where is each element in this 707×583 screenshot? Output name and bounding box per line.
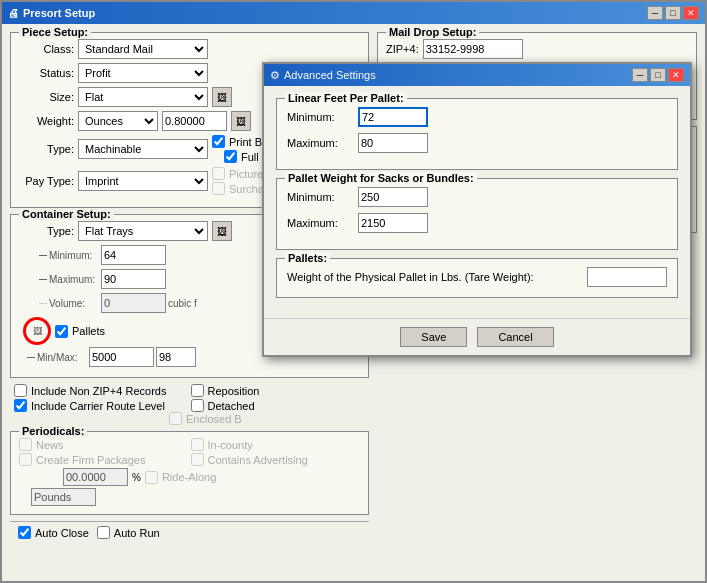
pallet-weight-min-row: Minimum: (287, 187, 667, 207)
zip4-input[interactable] (423, 39, 523, 59)
title-bar: 🖨 Presort Setup ─ □ ✕ (2, 2, 705, 24)
non-zip4-checkbox[interactable] (14, 384, 27, 397)
surcharge-checkbox (212, 182, 225, 195)
overlay-save-button[interactable]: Save (400, 327, 467, 347)
non-zip4-row[interactable]: Include Non ZIP+4 Records (14, 384, 189, 397)
pounds-input (31, 488, 96, 506)
full-service-checkbox[interactable] (224, 150, 237, 163)
size-label: Size: (19, 91, 74, 103)
zip4-label: ZIP+4: (386, 43, 419, 55)
picture-permit-checkbox (212, 167, 225, 180)
pallet-weight-max-input[interactable] (358, 213, 428, 233)
create-firm-row: Create Firm Packages (19, 453, 189, 466)
non-zip4-label: Include Non ZIP+4 Records (31, 385, 166, 397)
news-row: News (19, 438, 189, 451)
class-label: Class: (19, 43, 74, 55)
overlay-close-btn[interactable]: ✕ (668, 68, 684, 82)
ride-along-label: Ride-Along (162, 471, 216, 483)
container-values: Minimum: Maximum: Volume: cubic (19, 245, 197, 315)
adv-pct-input (63, 468, 128, 486)
linear-feet-max-input[interactable] (358, 133, 428, 153)
auto-close-checkbox[interactable] (18, 526, 31, 539)
size-select[interactable]: Flat Letter Card (78, 87, 208, 107)
print-barcodes-checkbox[interactable] (212, 135, 225, 148)
carrier-route-row[interactable]: Include Carrier Route Level (14, 399, 189, 412)
maximize-button[interactable]: □ (665, 6, 681, 20)
pallet-tare-input[interactable] (587, 267, 667, 287)
create-firm-label: Create Firm Packages (36, 454, 145, 466)
ride-along-row: Ride-Along (145, 471, 216, 484)
pallets-max-input[interactable] (156, 347, 196, 367)
linear-feet-min-input[interactable] (358, 107, 428, 127)
pay-type-label: Pay Type: (19, 175, 74, 187)
reposition-checkbox[interactable] (191, 384, 204, 397)
weight-unit-select[interactable]: Ounces Pounds (78, 111, 158, 131)
class-select[interactable]: Standard Mail First Class Periodicals (78, 39, 208, 59)
detached-checkbox[interactable] (191, 399, 204, 412)
pay-type-select[interactable]: Imprint Metered Stamped (78, 171, 208, 191)
mail-drop-title: Mail Drop Setup: (386, 26, 479, 38)
in-county-label: In-county (208, 439, 253, 451)
overlay-title: ⚙ Advanced Settings (270, 69, 376, 82)
overlay-save-label: Save (421, 331, 446, 343)
overlay-cancel-button[interactable]: Cancel (477, 327, 553, 347)
weight-input[interactable] (162, 111, 227, 131)
pallets-overlay-group: Pallets: Weight of the Physical Pallet i… (276, 258, 678, 298)
auto-run-row[interactable]: Auto Run (97, 526, 160, 539)
pallets-checkbox[interactable] (55, 325, 68, 338)
container-min-input[interactable] (101, 245, 166, 265)
pallet-weight-min-input[interactable] (358, 187, 428, 207)
size-icon-button[interactable]: 🖼 (212, 87, 232, 107)
type-label: Type: (19, 143, 74, 155)
linear-feet-group: Linear Feet Per Pallet: Minimum: Maximum… (276, 98, 678, 170)
overlay-maximize-btn[interactable]: □ (650, 68, 666, 82)
overlay-footer: Save Cancel (264, 318, 690, 355)
overlay-minimize-btn[interactable]: ─ (632, 68, 648, 82)
pallets-overlay-title: Pallets: (285, 252, 330, 264)
checkbox-grid: Include Non ZIP+4 Records Reposition Inc… (14, 384, 365, 412)
pallets-label: Pallets (72, 325, 105, 337)
close-button[interactable]: ✕ (683, 6, 699, 20)
weight-label: Weight: (19, 115, 74, 127)
pallets-min-input[interactable] (89, 347, 154, 367)
carrier-route-label: Include Carrier Route Level (31, 400, 165, 412)
carrier-route-checkbox[interactable] (14, 399, 27, 412)
periodicals-grid: News In-county Create Firm Packages Cont… (19, 438, 360, 466)
create-firm-checkbox (19, 453, 32, 466)
container-min-label: Minimum: (49, 250, 99, 261)
container-max-row: Maximum: (31, 269, 197, 289)
class-row: Class: Standard Mail First Class Periodi… (19, 39, 360, 59)
container-max-label: Maximum: (49, 274, 99, 285)
pallet-weight-group: Pallet Weight for Sacks or Bundles: Mini… (276, 178, 678, 250)
pallet-weight-max-label: Maximum: (287, 217, 352, 229)
presort-setup-window: 🖨 Presort Setup ─ □ ✕ Piece Setup: Class… (0, 0, 707, 583)
pallets-checkbox-row[interactable]: Pallets (55, 325, 105, 338)
volume-unit: cubic f (168, 298, 197, 309)
pallet-weight-max-row: Maximum: (287, 213, 667, 233)
reposition-row[interactable]: Reposition (191, 384, 366, 397)
minimize-button[interactable]: ─ (647, 6, 663, 20)
periodicals-group: Periodicals: News In-county Create Firm … (10, 431, 369, 515)
adv-pct-symbol: % (132, 472, 141, 483)
contains-adv-checkbox (191, 453, 204, 466)
type-select[interactable]: Machinable Non-Machinable (78, 139, 208, 159)
detached-row[interactable]: Detached (191, 399, 366, 412)
status-select[interactable]: Profit Non-Profit (78, 63, 208, 83)
container-type-label: Type: (19, 225, 74, 237)
auto-run-checkbox[interactable] (97, 526, 110, 539)
status-label: Status: (19, 67, 74, 79)
overlay-icon: ⚙ (270, 69, 280, 82)
container-max-input[interactable] (101, 269, 166, 289)
auto-close-row[interactable]: Auto Close (18, 526, 89, 539)
overlay-content: Linear Feet Per Pallet: Minimum: Maximum… (264, 86, 690, 318)
container-type-select[interactable]: Flat Trays Letter Trays Sacks (78, 221, 208, 241)
pounds-row (19, 488, 360, 506)
contains-adv-row: Contains Advertising (191, 453, 361, 466)
container-icon-button[interactable]: 🖼 (212, 221, 232, 241)
pallets-minmax-label: Min/Max: (37, 352, 87, 363)
container-volume-label: Volume: (49, 298, 99, 309)
pallet-tare-label: Weight of the Physical Pallet in Lbs. (T… (287, 271, 581, 283)
auto-run-label: Auto Run (114, 527, 160, 539)
weight-icon-button[interactable]: 🖼 (231, 111, 251, 131)
window-title: 🖨 Presort Setup (8, 7, 95, 19)
